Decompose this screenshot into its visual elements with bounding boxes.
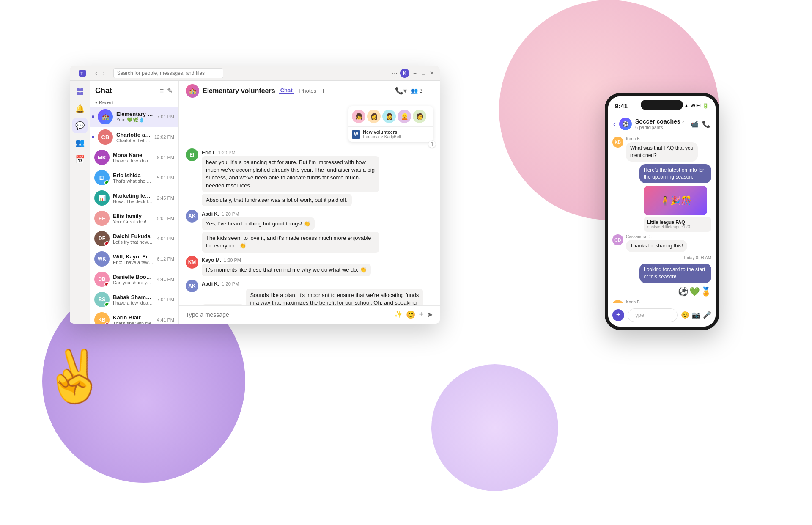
mini-avatar-2: 👩	[367, 110, 381, 123]
phone-camera-button[interactable]: 📷	[692, 311, 700, 319]
nav-icon-teams2[interactable]: 👥	[72, 135, 88, 150]
user-avatar[interactable]: K	[400, 69, 409, 78]
phone-input-bar: + Type 😊 📷 🎤	[608, 303, 716, 327]
chat-preview-3: I have a few ideas to share	[113, 158, 154, 163]
phone-chat-sub: 6 participants	[635, 125, 687, 130]
msg-bubble-eric2: Absolutely, that fundraiser was a lot of…	[202, 194, 352, 206]
chat-preview-5: Nova: The deck looks great!	[113, 199, 154, 204]
phone-add-button[interactable]: +	[612, 309, 624, 321]
main-chat: 🏫 Elementary volunteers Chat Photos + 📞▾…	[179, 81, 440, 324]
compose-button[interactable]: ✎	[166, 86, 173, 96]
phone-reaction-medal: 🏅	[701, 286, 711, 297]
wifi-icon: WiFi	[691, 103, 701, 109]
phone-msg-right1: Here's the latest on info for the upcomi…	[612, 164, 711, 184]
phone-mic-button[interactable]: 🎤	[703, 311, 711, 319]
chat-info-10: Babak Shammas I have a few ideas to shar…	[113, 294, 154, 305]
chat-preview-7: Let's try that new place	[113, 239, 154, 245]
chat-info-3: Mona Kane I have a few ideas to share	[113, 152, 154, 163]
phone-card-content: 🧍🎉🎊 Little league FAQ eastsidelittleleag…	[644, 186, 711, 232]
nav-forward-button[interactable]: ›	[101, 69, 106, 78]
pinned-card: 👧 👩 👩 👱 🧑 W New volunteers Personal > Ka…	[348, 106, 433, 142]
phone-input-actions: 😊 📷 🎤	[681, 311, 711, 319]
chat-preview-10: I have a few ideas to share	[113, 300, 154, 305]
doc-more-button[interactable]: ···	[425, 131, 430, 138]
nav-icon-calendar[interactable]: 📅	[72, 152, 88, 167]
message-group-aadi1: AK Aadi K.1:20 PM Yes, I've heard nothin…	[186, 210, 433, 253]
phone-time: 9:41	[615, 102, 628, 110]
chat-item-ellis[interactable]: EF Ellis family You: Great idea! Let's g…	[90, 208, 178, 228]
pinned-card-container: 👧 👩 👩 👱 🧑 W New volunteers Personal > Ka…	[348, 106, 433, 145]
tab-chat[interactable]: Chat	[279, 87, 294, 94]
msg-sender-eric: Eric I.1:20 PM	[202, 148, 433, 156]
chat-item-will[interactable]: WK Will, Kayo, Eric, +4 Eric: I have a f…	[90, 249, 178, 269]
phone-emoji-button[interactable]: 😊	[681, 311, 689, 319]
chat-name-5: Marketing leads	[113, 192, 154, 199]
chat-name-4: Eric Ishida	[113, 172, 154, 179]
phone-cassandra-content: Cassandra D. Thanks for sharing this!	[626, 234, 687, 252]
more-options-button[interactable]: ···	[392, 69, 398, 77]
chat-name-8: Will, Kayo, Eric, +4	[113, 253, 154, 260]
unread-dot-2	[92, 136, 94, 138]
mobile-phone: 9:41 ▲▲▲ WiFi 🔋 ‹ ⚽ Soccer coaches › 6 p…	[605, 93, 719, 330]
svg-rect-3	[80, 88, 83, 91]
phone-reaction-heart: 💚	[689, 286, 700, 297]
more-chat-options-button[interactable]: ···	[427, 86, 433, 95]
chat-panel-title: Chat	[95, 86, 112, 95]
chat-info-7: Daichi Fukuda Let's try that new place	[113, 233, 154, 245]
svg-rect-4	[77, 92, 80, 95]
chat-item-eric[interactable]: EI Eric Ishida That's what she said 5:01…	[90, 168, 178, 188]
sticker-icon[interactable]: ✨	[394, 310, 403, 319]
phone-video-icon[interactable]: 📹	[690, 120, 699, 128]
chat-info-4: Eric Ishida That's what she said	[113, 172, 154, 184]
phone-input-placeholder: Type	[632, 312, 644, 318]
restore-button[interactable]: □	[420, 70, 426, 76]
chat-item-danielle[interactable]: DB Danielle Booker Can you share your nu…	[90, 269, 178, 289]
minimize-button[interactable]: –	[412, 70, 418, 76]
msg-bubble-aadi1: Yes, I've heard nothing but good things!…	[202, 217, 315, 230]
tab-photos[interactable]: Photos	[298, 88, 318, 94]
nav-icon-activity[interactable]: 🔔	[72, 101, 88, 116]
chat-avatar-4: EI	[94, 170, 110, 185]
new-volunteers-doc: W New volunteers Personal > KadjiBell ··…	[348, 126, 433, 142]
msg-bubble-aadi2: The kids seem to love it, and it's made …	[202, 232, 379, 252]
mini-avatar-3: 👩	[382, 110, 396, 123]
bg-circle-lavender	[431, 364, 558, 491]
chat-preview-1: You: 💚🌿💧	[116, 117, 154, 123]
message-group-eric: EI Eric I.1:20 PM hear you! It's a balan…	[186, 148, 433, 206]
status-busy-9	[104, 282, 110, 287]
msg-sender-kayo: Kayo M.1:20 PM	[202, 256, 433, 264]
teams-logo-icon: T	[75, 66, 90, 81]
phone-input-field[interactable]: Type	[628, 308, 678, 322]
tab-add-button[interactable]: +	[321, 87, 325, 95]
title-bar-actions: ··· K – □ ✕	[392, 69, 435, 78]
close-button[interactable]: ✕	[429, 70, 435, 76]
emoji-icon[interactable]: 😊	[406, 310, 415, 319]
chat-info-11: Karin Blair That's fine with me	[113, 314, 154, 324]
chat-item-daichi[interactable]: DF Daichi Fukuda Let's try that new plac…	[90, 228, 178, 249]
messages-area: 👧 👩 👩 👱 🧑 W New volunteers Personal > Ka…	[179, 101, 440, 305]
chat-time-7: 4:01 PM	[157, 236, 174, 241]
phone-chat-header: ‹ ⚽ Soccer coaches › 6 participants 📹 📞	[608, 115, 716, 133]
chat-item-charlotte[interactable]: CB Charlotte and Babak Charlotte: Let us…	[90, 127, 178, 147]
search-input[interactable]	[113, 68, 223, 78]
chat-item-karin[interactable]: KB Karin Blair That's fine with me 4:41 …	[90, 310, 178, 324]
chat-preview-4: That's what she said	[113, 179, 154, 184]
chat-item-mona[interactable]: MK Mona Kane I have a few ideas to share…	[90, 147, 178, 168]
phone-back-button[interactable]: ‹	[613, 120, 616, 129]
filter-button[interactable]: ≡	[159, 86, 165, 96]
attach-icon[interactable]: +	[419, 310, 423, 319]
nav-back-button[interactable]: ‹	[93, 69, 99, 78]
chat-item-babak[interactable]: BS Babak Shammas I have a few ideas to s…	[90, 289, 178, 310]
chat-item-elementary[interactable]: 🏫 Elementary volunteers You: 💚🌿💧 7:01 PM	[90, 107, 178, 127]
nav-icon-teams[interactable]	[72, 84, 88, 99]
send-icon[interactable]: ➤	[427, 310, 433, 319]
chat-avatar-2: CB	[98, 129, 113, 145]
chat-preview-6: You: Great idea! Let's go ahe...	[113, 219, 154, 224]
phone-chat-name: Soccer coaches ›	[635, 118, 687, 125]
call-options-button[interactable]: 📞▾	[395, 87, 407, 95]
phone-call-icon[interactable]: 📞	[702, 120, 710, 128]
doc-info: New volunteers Personal > KadjiBell	[363, 129, 422, 139]
chat-item-marketing[interactable]: 📊 Marketing leads Nova: The deck looks g…	[90, 188, 178, 208]
message-input[interactable]	[186, 311, 390, 318]
nav-icon-chat[interactable]: 💬	[72, 118, 88, 133]
